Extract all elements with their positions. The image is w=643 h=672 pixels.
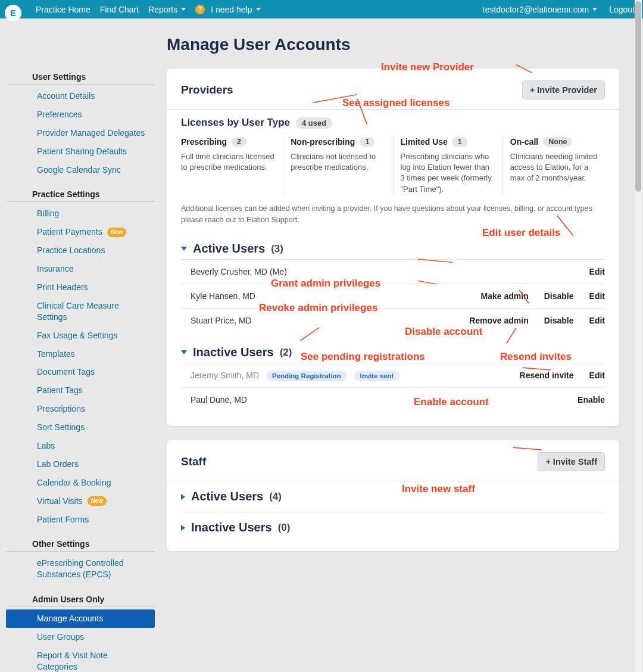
invite-staff-button[interactable]: + Invite Staff bbox=[538, 452, 605, 471]
sidebar-item[interactable]: Labs bbox=[6, 437, 155, 455]
licenses-used-badge: 4 used bbox=[296, 117, 332, 129]
chevron-down-icon bbox=[181, 8, 186, 11]
disable-button[interactable]: Disable bbox=[544, 291, 574, 301]
license-col-name: Limited Use bbox=[401, 137, 448, 147]
sidebar-item[interactable]: ePrescribing Controlled Substances (EPCS… bbox=[6, 554, 155, 584]
page-title: Manage User Accounts bbox=[167, 35, 619, 54]
sidebar-item[interactable]: Google Calendar Sync bbox=[6, 161, 155, 179]
sidebar-item[interactable]: Print Headers bbox=[6, 278, 155, 297]
edit-button[interactable]: Edit bbox=[589, 316, 605, 325]
sidebar-item[interactable]: Sort Settings bbox=[6, 418, 155, 437]
nav-practice-home[interactable]: Practice Home bbox=[36, 5, 90, 14]
sidebar-item[interactable]: Billing bbox=[6, 204, 155, 223]
new-badge: New bbox=[88, 496, 107, 506]
staff-inactive-title: Inactive Users bbox=[191, 521, 272, 534]
enable-button[interactable]: Enable bbox=[578, 395, 605, 405]
sidebar-item[interactable]: Account Details bbox=[6, 87, 155, 105]
edit-button[interactable]: Edit bbox=[589, 267, 605, 276]
active-users-count: (3) bbox=[271, 243, 283, 255]
license-col-name: On-call bbox=[510, 137, 538, 147]
sidebar-item[interactable]: Prescriptions bbox=[6, 400, 155, 418]
resend-invite-button[interactable]: Resend invite bbox=[520, 371, 574, 380]
license-note: Additional licenses can be added when in… bbox=[167, 197, 619, 234]
sidebar-heading: Admin Users Only bbox=[6, 592, 155, 607]
active-users-title: Active Users bbox=[193, 242, 265, 256]
invite-provider-button[interactable]: + Invite Provider bbox=[522, 80, 605, 99]
license-col-desc: Prescribing clinicians who log into Elat… bbox=[401, 151, 495, 195]
sidebar-heading: Practice Settings bbox=[6, 187, 155, 202]
sidebar-item[interactable]: Report & Visit Note Categories bbox=[6, 646, 155, 672]
sidebar-item[interactable]: Patient PaymentsNew bbox=[6, 223, 155, 241]
inactive-users-title: Inactive Users bbox=[193, 346, 274, 359]
expand-icon[interactable] bbox=[181, 494, 185, 500]
staff-card: Staff + Invite Staff Active Users (4) In… bbox=[167, 440, 619, 551]
scrollbar-track[interactable] bbox=[635, 0, 642, 672]
sidebar-item[interactable]: Lab Orders bbox=[6, 455, 155, 474]
staff-inactive-count: (0) bbox=[278, 522, 291, 534]
sidebar-item[interactable]: Calendar & Booking bbox=[6, 474, 155, 492]
user-menu[interactable]: testdoctor2@elationemr.com bbox=[483, 5, 597, 14]
sidebar-item[interactable]: Clinical Care Measure Settings bbox=[6, 297, 155, 326]
staff-active-title: Active Users bbox=[191, 490, 263, 503]
invite-sent-tag: Invite sent bbox=[354, 371, 400, 381]
sidebar-item[interactable]: Practice Locations bbox=[6, 241, 155, 260]
remove-admin-button[interactable]: Remove admin bbox=[469, 316, 529, 325]
logo-letter: E bbox=[10, 8, 16, 18]
expand-icon[interactable] bbox=[181, 525, 185, 531]
logout-link[interactable]: Logout bbox=[609, 5, 635, 14]
user-name: Kyle Hansen, MD bbox=[191, 291, 481, 301]
edit-button[interactable]: Edit bbox=[589, 371, 605, 380]
user-name: Beverly Crusher, MD (Me) bbox=[191, 267, 589, 276]
collapse-icon[interactable] bbox=[181, 247, 187, 251]
chevron-down-icon bbox=[256, 8, 261, 11]
license-grid: Prescribing2 Full time clinicians licens… bbox=[181, 137, 605, 195]
sidebar-item[interactable]: Preferences bbox=[6, 105, 155, 124]
sidebar-item[interactable]: Patient Forms bbox=[6, 511, 155, 529]
sidebar: User SettingsAccount DetailsPreferencesP… bbox=[0, 18, 161, 672]
help-icon: ? bbox=[195, 5, 205, 14]
license-col-count: 2 bbox=[232, 137, 246, 147]
user-name: Jeremy Smith, MD Pending Registration In… bbox=[191, 371, 520, 380]
topbar: E Practice Home Find Chart Reports ?I ne… bbox=[0, 0, 643, 18]
edit-button[interactable]: Edit bbox=[589, 291, 605, 301]
user-name: Stuart Price, MD bbox=[191, 316, 469, 325]
sidebar-item[interactable]: Provider Managed Delegates bbox=[6, 124, 155, 142]
license-col-desc: Full time clinicians licensed to prescri… bbox=[181, 151, 276, 173]
providers-title: Providers bbox=[181, 83, 233, 97]
new-badge: New bbox=[107, 228, 127, 237]
license-col-name: Prescribing bbox=[181, 137, 227, 147]
user-row: Beverly Crusher, MD (Me) Edit bbox=[181, 259, 605, 284]
sidebar-item[interactable]: Fax Usage & Settings bbox=[6, 326, 155, 345]
licenses-title: Licenses by User Type bbox=[181, 117, 290, 129]
sidebar-item[interactable]: Patient Tags bbox=[6, 381, 155, 400]
scrollbar-thumb[interactable] bbox=[635, 1, 641, 192]
sidebar-heading: User Settings bbox=[6, 70, 155, 85]
nav-help[interactable]: ?I need help bbox=[195, 5, 260, 14]
user-name: Paul Dune, MD bbox=[191, 395, 578, 405]
sidebar-item[interactable]: Insurance bbox=[6, 260, 155, 278]
sidebar-item[interactable]: Document Tags bbox=[6, 363, 155, 381]
disable-button[interactable]: Disable bbox=[544, 316, 574, 325]
providers-card: Providers + Invite Provider Licenses by … bbox=[167, 69, 619, 426]
user-row: Kyle Hansen, MD Make admin Disable Edit bbox=[181, 284, 605, 309]
sidebar-item[interactable]: Manage Accounts bbox=[6, 609, 155, 628]
user-row: Stuart Price, MD Remove admin Disable Ed… bbox=[181, 309, 605, 332]
sidebar-heading: Other Settings bbox=[6, 537, 155, 552]
make-admin-button[interactable]: Make admin bbox=[481, 291, 529, 301]
sidebar-item[interactable]: User Groups bbox=[6, 628, 155, 646]
staff-title: Staff bbox=[181, 455, 206, 468]
nav-find-chart[interactable]: Find Chart bbox=[100, 5, 139, 14]
chevron-down-icon bbox=[592, 8, 597, 11]
sidebar-item[interactable]: Virtual VisitsNew bbox=[6, 492, 155, 511]
license-col-desc: Clinicians not licensed to prescribe med… bbox=[291, 151, 385, 173]
license-col-desc: Clinicians needing limited access to Ela… bbox=[510, 151, 605, 184]
logo[interactable]: E bbox=[0, 0, 26, 18]
nav-reports[interactable]: Reports bbox=[148, 5, 186, 14]
license-col-count: 1 bbox=[452, 137, 467, 147]
sidebar-item[interactable]: Templates bbox=[6, 345, 155, 363]
pending-registration-tag: Pending Registration bbox=[266, 371, 347, 381]
sidebar-item[interactable]: Patient Sharing Defaults bbox=[6, 142, 155, 161]
collapse-icon[interactable] bbox=[181, 350, 187, 354]
inactive-users-count: (2) bbox=[280, 347, 292, 359]
license-col-count: 1 bbox=[360, 137, 374, 147]
